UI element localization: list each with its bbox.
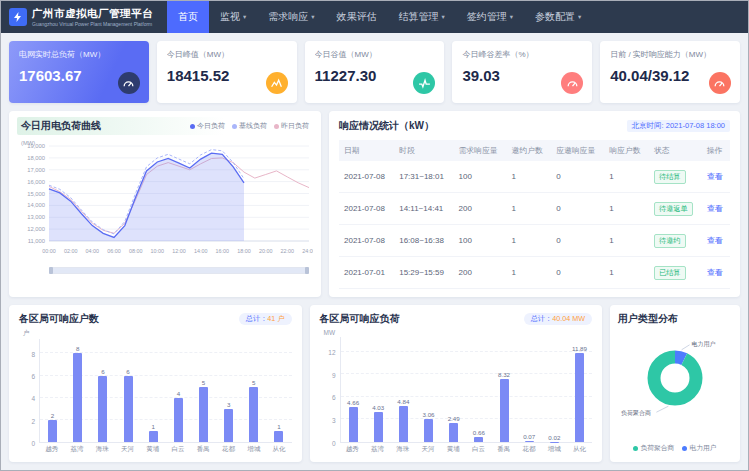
x-axis-label: 番禺 <box>191 443 216 455</box>
bar-rect[interactable] <box>349 407 358 442</box>
svg-text:04:00: 04:00 <box>86 248 100 254</box>
bar-rect[interactable] <box>274 431 283 442</box>
bar-value-label: 2.49 <box>448 415 460 422</box>
legend-dot <box>190 124 195 129</box>
legend-item[interactable]: 基线负荷 <box>232 121 267 131</box>
nav-item-5[interactable]: 签约管理▾ <box>456 1 524 33</box>
x-axis-label: 天河 <box>415 443 440 455</box>
bar-rect[interactable] <box>149 431 158 442</box>
bar-rect[interactable] <box>525 441 534 442</box>
bar-value-label: 6 <box>126 368 129 375</box>
legend-item-aggregator[interactable]: 负荷聚合商 <box>633 443 674 453</box>
nav-item-4[interactable]: 结算管理▾ <box>388 1 456 33</box>
response-stats-panel: 响应情况统计（kW） 北京时间: 2021-07-08 18:00 日期时段需求… <box>329 111 740 297</box>
bar-rect[interactable] <box>474 437 483 442</box>
legend-dot <box>232 124 237 129</box>
bar-rect[interactable] <box>199 387 208 442</box>
table-cell: 14:11~14:41 <box>394 193 453 225</box>
svg-text:14:00: 14:00 <box>194 248 208 254</box>
load-curve-chart: 11,00012,00013,00014,00015,00016,00017,0… <box>17 137 313 265</box>
x-axis: 越秀荔湾海珠天河黄埔白云番禺花都增城从化 <box>39 443 292 455</box>
column-header: 时段 <box>394 140 453 161</box>
svg-text:13,000: 13,000 <box>27 214 45 220</box>
nav-item-6[interactable]: 参数配置▾ <box>524 1 592 33</box>
gauge-icon <box>118 72 140 94</box>
legend-item[interactable]: 今日负荷 <box>190 121 225 131</box>
svg-text:负荷聚合商: 负荷聚合商 <box>621 409 651 417</box>
table-row: 2021-07-0814:11~14:41200101待邀返单查看 <box>339 193 730 225</box>
bar-rect[interactable] <box>98 376 107 442</box>
legend-item[interactable]: 昨日负荷 <box>274 121 309 131</box>
badge-value: 41 户 <box>267 314 284 323</box>
view-link[interactable]: 查看 <box>707 268 723 277</box>
kpi-label: 电网实时总负荷（MW） <box>19 49 139 60</box>
bar-rect[interactable] <box>399 406 408 442</box>
x-axis: 越秀荔湾海珠天河黄埔白云番禺花都增城从化 <box>340 443 593 455</box>
bar-column-2: 4.84 <box>391 337 416 442</box>
bar-rect[interactable] <box>575 353 584 442</box>
bar-rect[interactable] <box>124 376 133 442</box>
bar-value-label: 1 <box>277 423 280 430</box>
chevron-down-icon: ▾ <box>311 13 314 21</box>
load-curve-legend: 今日负荷基线负荷昨日负荷 <box>190 121 309 131</box>
pulse-icon <box>413 72 435 94</box>
nav-item-1[interactable]: 监视▾ <box>209 1 257 33</box>
table-cell: 16:08~16:38 <box>394 225 453 257</box>
nav-item-3[interactable]: 效果评估 <box>326 1 388 33</box>
chart-zoom-slider[interactable] <box>49 267 309 274</box>
y-axis-unit: 户 <box>23 329 292 338</box>
response-table: 日期时段需求响应量邀约户数应邀响应量响应户数状态操作 2021-07-0817:… <box>339 140 730 289</box>
view-link[interactable]: 查看 <box>707 172 723 181</box>
view-link[interactable]: 查看 <box>707 236 723 245</box>
x-axis-label: 越秀 <box>39 443 64 455</box>
x-axis-label: 白云 <box>165 443 190 455</box>
kpi-row: 电网实时总负荷（MW） 17603.67 今日峰值（MW） 18415.52 今… <box>1 33 748 103</box>
bar-column-0: 4.66 <box>341 337 366 442</box>
x-axis-label: 黄埔 <box>140 443 165 455</box>
zoom-range[interactable] <box>50 268 308 273</box>
svg-text:12:00: 12:00 <box>172 248 186 254</box>
bar-rect[interactable] <box>424 419 433 442</box>
kpi-response-capacity: 日前 / 实时响应能力（MW） 40.04/39.12 <box>600 41 740 103</box>
response-table-head: 日期时段需求响应量邀约户数应邀响应量响应户数状态操作 <box>339 140 730 161</box>
gauge-icon <box>561 72 583 94</box>
svg-text:14,000: 14,000 <box>27 202 45 208</box>
bar-rect[interactable] <box>449 423 458 442</box>
table-cell: 1 <box>507 193 552 225</box>
bar-value-label: 4.66 <box>347 399 359 406</box>
legend-item-power-user[interactable]: 电力用户 <box>682 443 716 453</box>
y-axis-tick: 3 <box>332 417 336 424</box>
nav-item-0[interactable]: 首页 <box>167 1 209 33</box>
bar-rect[interactable] <box>174 398 183 442</box>
y-axis-tick: 12 <box>328 348 335 355</box>
svg-text:18,000: 18,000 <box>27 155 45 161</box>
y-axis-tick: 4 <box>31 395 35 402</box>
bar-value-label: 11.89 <box>572 345 587 352</box>
district-users-header: 各区局可响应户数 总计：41 户 <box>19 312 292 326</box>
bar-rect[interactable] <box>249 387 258 442</box>
table-cell: 100 <box>453 225 506 257</box>
view-link[interactable]: 查看 <box>707 204 723 213</box>
bar-value-label: 8.32 <box>498 371 510 378</box>
bar-rect[interactable] <box>374 412 383 442</box>
response-stats-header: 响应情况统计（kW） 北京时间: 2021-07-08 18:00 <box>339 119 730 133</box>
badge-prefix: 总计： <box>246 314 268 323</box>
bar-column-0: 2 <box>40 339 65 442</box>
bar-value-label: 4.03 <box>372 404 384 411</box>
bar-rect[interactable] <box>500 379 509 442</box>
bar-rect[interactable] <box>224 409 233 442</box>
district-load-title: 各区局可响应负荷 <box>320 312 400 326</box>
zoom-handle-right[interactable] <box>305 267 309 274</box>
zoom-handle-left[interactable] <box>49 267 53 274</box>
bar-value-label: 6 <box>101 368 104 375</box>
app-subtitle: Guangzhou Virtual Power Plant Management… <box>32 21 153 27</box>
bar-rect[interactable] <box>48 420 57 442</box>
middle-row: 今日用电负荷曲线 今日负荷基线负荷昨日负荷 11,00012,00013,000… <box>1 103 748 297</box>
bar-column-4: 1 <box>141 339 166 442</box>
load-curve-header: 今日用电负荷曲线 今日负荷基线负荷昨日负荷 <box>17 117 313 135</box>
nav-item-2[interactable]: 需求响应▾ <box>257 1 325 33</box>
y-axis-tick: 6 <box>31 372 35 379</box>
column-header: 需求响应量 <box>453 140 506 161</box>
bar-rect[interactable] <box>73 353 82 442</box>
bar-value-label: 3 <box>227 401 230 408</box>
